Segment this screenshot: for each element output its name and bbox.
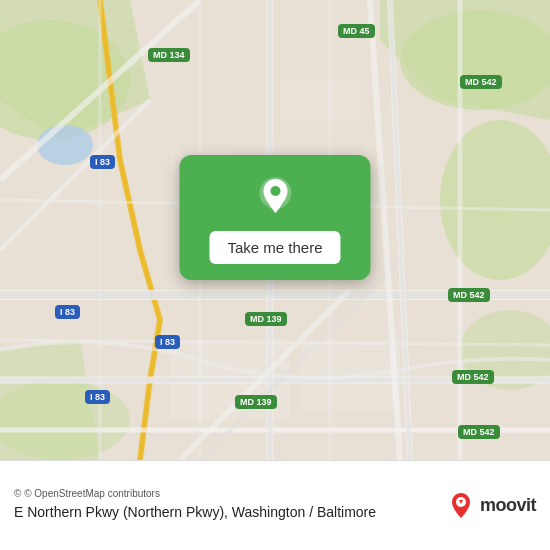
- road-badge-i83-mid: I 83: [155, 335, 180, 349]
- osm-credit: © © OpenStreetMap contributors: [14, 488, 376, 499]
- road-badge-md139-mid: MD 139: [245, 312, 287, 326]
- road-badge-i83-top: I 83: [90, 155, 115, 169]
- location-pin-icon: [253, 175, 297, 219]
- location-card: Take me there: [179, 155, 370, 280]
- road-badge-i83-mid-left: I 83: [55, 305, 80, 319]
- road-badge-md542-mid: MD 542: [448, 288, 490, 302]
- moovit-logo: moovit: [446, 491, 536, 521]
- svg-rect-12: [280, 80, 360, 120]
- location-name: E Northern Pkwy (Northern Pkwy), Washing…: [14, 503, 376, 523]
- take-me-there-button[interactable]: Take me there: [209, 231, 340, 264]
- road-badge-md139-bot: MD 139: [235, 395, 277, 409]
- road-badge-md542-bot2: MD 542: [458, 425, 500, 439]
- svg-point-36: [270, 186, 280, 196]
- svg-point-13: [37, 125, 93, 165]
- road-badge-md134: MD 134: [148, 48, 190, 62]
- moovit-logo-text: moovit: [480, 495, 536, 516]
- map-container: I 83 MD 134 MD 45 MD 542 I 83 I 83 MD 13…: [0, 0, 550, 460]
- road-badge-md45: MD 45: [338, 24, 375, 38]
- moovit-logo-icon: [446, 491, 476, 521]
- osm-text: © OpenStreetMap contributors: [24, 488, 160, 499]
- road-badge-i83-bot: I 83: [85, 390, 110, 404]
- info-text-block: © © OpenStreetMap contributors E Norther…: [14, 488, 376, 523]
- road-badge-md542-bot: MD 542: [452, 370, 494, 384]
- info-bar: © © OpenStreetMap contributors E Norther…: [0, 460, 550, 550]
- road-badge-md542-top: MD 542: [460, 75, 502, 89]
- copyright-symbol: ©: [14, 488, 24, 499]
